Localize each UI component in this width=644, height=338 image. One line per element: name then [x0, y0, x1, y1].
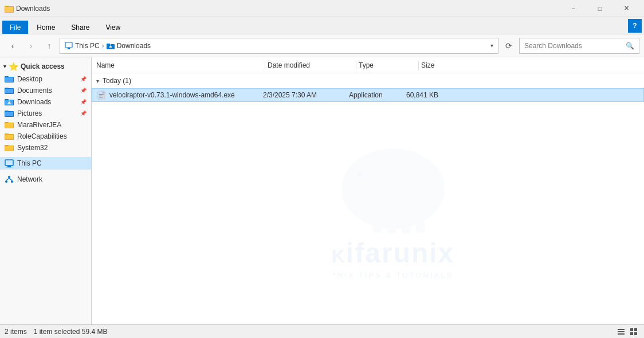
col-separator-1	[265, 61, 265, 70]
exe-file-icon	[97, 91, 106, 100]
sidebar-item-this-pc-label: This PC	[17, 159, 42, 167]
refresh-button[interactable]: ⟳	[501, 38, 517, 54]
sidebar-item-pictures-label: Pictures	[17, 109, 42, 117]
svg-rect-61	[634, 332, 637, 335]
sidebar: ▾ ⭐ Quick access Desktop 📌 Documents 📌	[0, 57, 92, 324]
watermark: Kifarunix *NIX TIPS & TUTORIALS	[330, 131, 456, 280]
file-date-cell: 2/3/2025 7:30 AM	[263, 91, 349, 99]
svg-rect-53	[402, 222, 410, 233]
address-row: ‹ › ↑ This PC › Downloads ▾ ⟳ 🔍	[0, 34, 644, 57]
details-view-button[interactable]	[615, 326, 627, 337]
window-controls: − □ ✕	[560, 0, 639, 17]
svg-rect-56	[618, 331, 625, 332]
svg-point-36	[8, 176, 10, 178]
sidebar-item-system32-label: System32	[17, 144, 48, 152]
forward-button[interactable]: ›	[23, 38, 39, 54]
search-box[interactable]: 🔍	[519, 38, 639, 54]
col-header-date[interactable]: Date modified	[268, 61, 354, 69]
svg-rect-4	[68, 48, 70, 49]
svg-rect-54	[416, 220, 425, 233]
svg-rect-15	[5, 89, 13, 93]
sidebar-item-this-pc[interactable]: This PC	[0, 157, 91, 170]
tab-share[interactable]: Share	[64, 21, 97, 34]
minimize-button[interactable]: −	[560, 0, 587, 17]
title-bar: Downloads − □ ✕	[0, 0, 644, 17]
svg-rect-55	[618, 329, 625, 330]
ribbon-tabs: File Home Share View ?	[0, 17, 644, 34]
folder-yellow-icon-3	[5, 144, 14, 152]
sidebar-item-downloads[interactable]: Downloads 📌	[0, 96, 91, 108]
sidebar-item-downloads-label: Downloads	[17, 98, 51, 106]
address-dropdown-icon[interactable]: ▾	[490, 42, 493, 49]
file-name: velociraptor-v0.73.1-windows-amd64.exe	[109, 91, 235, 99]
address-bar[interactable]: This PC › Downloads ▾	[60, 38, 498, 54]
tab-file[interactable]: File	[2, 21, 28, 34]
svg-rect-26	[5, 123, 13, 128]
watermark-rhino-icon	[330, 131, 456, 249]
sidebar-item-rolecapabilities[interactable]: RoleCapabilities	[0, 131, 91, 142]
svg-rect-32	[5, 146, 13, 151]
svg-rect-33	[5, 160, 13, 166]
up-button[interactable]: ↑	[41, 38, 57, 54]
svg-rect-46	[99, 97, 103, 97]
svg-marker-49	[362, 154, 370, 166]
svg-rect-23	[5, 112, 13, 116]
window-title: Downloads	[16, 5, 560, 13]
svg-point-37	[5, 180, 7, 183]
tab-home[interactable]: Home	[29, 21, 62, 34]
desktop-folder-icon	[5, 75, 14, 83]
address-this-pc[interactable]: This PC	[75, 42, 100, 50]
sidebar-item-network[interactable]: Network	[0, 173, 91, 186]
close-button[interactable]: ✕	[613, 0, 639, 17]
svg-rect-52	[387, 222, 396, 233]
downloads-folder-icon	[5, 98, 14, 106]
search-input[interactable]	[524, 42, 626, 50]
view-icons	[615, 326, 639, 337]
tab-view[interactable]: View	[98, 21, 128, 34]
sidebar-item-marariverjea[interactable]: MaraRiverJEA	[0, 119, 91, 131]
sidebar-item-desktop[interactable]: Desktop 📌	[0, 73, 91, 85]
pin-icon-dl: 📌	[80, 99, 87, 105]
address-content: This PC › Downloads	[65, 42, 151, 50]
svg-rect-57	[618, 333, 625, 335]
col-header-name[interactable]: Name	[96, 61, 262, 69]
svg-rect-59	[634, 328, 637, 331]
quick-access-section[interactable]: ▾ ⭐ Quick access	[0, 60, 91, 73]
group-today-label: Today (1)	[103, 77, 131, 85]
this-pc-icon	[5, 159, 14, 168]
help-button[interactable]: ?	[628, 19, 642, 33]
sidebar-item-documents[interactable]: Documents 📌	[0, 85, 91, 96]
quick-access-arrow: ▾	[3, 64, 6, 69]
sidebar-item-pictures[interactable]: Pictures 📌	[0, 108, 91, 119]
table-row[interactable]: velociraptor-v0.73.1-windows-amd64.exe 2…	[92, 88, 644, 102]
svg-point-50	[358, 172, 362, 176]
quick-access-label: Quick access	[21, 62, 65, 70]
svg-rect-20	[9, 100, 10, 102]
address-downloads[interactable]: Downloads	[117, 42, 151, 50]
svg-line-40	[9, 178, 12, 180]
col-header-type[interactable]: Type	[359, 61, 416, 69]
large-icons-view-button[interactable]	[628, 326, 639, 337]
sidebar-item-system32[interactable]: System32	[0, 142, 91, 154]
maximize-button[interactable]: □	[587, 0, 613, 17]
file-name-cell: velociraptor-v0.73.1-windows-amd64.exe	[97, 91, 263, 100]
watermark-brand-k: Kifarunix	[330, 237, 456, 269]
documents-folder-icon	[5, 87, 14, 95]
sidebar-item-rolecapabilities-label: RoleCapabilities	[17, 132, 67, 140]
svg-line-39	[6, 178, 9, 180]
col-separator-2	[356, 61, 356, 70]
back-button[interactable]: ‹	[5, 38, 21, 54]
file-size-cell: 60,841 KB	[406, 91, 464, 99]
svg-rect-44	[99, 95, 104, 95]
pc-icon	[65, 42, 73, 50]
folder-icon	[5, 4, 14, 13]
col-header-size[interactable]: Size	[421, 61, 478, 69]
col-separator-3	[418, 61, 419, 70]
group-today[interactable]: ▾ Today (1)	[92, 73, 644, 88]
file-type-cell: Application	[349, 91, 406, 99]
svg-rect-29	[5, 135, 13, 139]
search-icon: 🔍	[626, 42, 634, 50]
svg-rect-34	[7, 166, 11, 167]
items-selected: 1 item selected 59.4 MB	[34, 328, 108, 336]
network-icon	[5, 175, 14, 184]
